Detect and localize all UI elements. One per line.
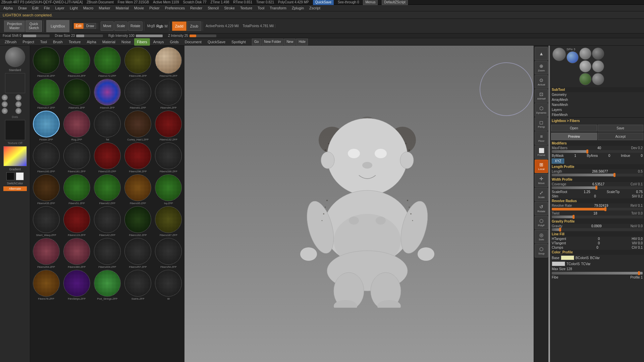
fiber-item-28[interactable]: Fibers162.ZFP <box>123 206 153 237</box>
eraser-brush-icon[interactable] <box>592 48 604 60</box>
local-tool[interactable]: ⊞Local <box>535 160 548 173</box>
nav-item-zbrush[interactable]: ZBrush <box>2 38 19 46</box>
subtool-layers[interactable]: Layers <box>550 107 644 112</box>
zadd-button[interactable]: Zadd <box>172 21 186 31</box>
super-hero-icon[interactable] <box>592 73 604 85</box>
menu-item-stroke[interactable]: Stroke <box>223 5 236 11</box>
draw-size-slider[interactable] <box>76 35 103 37</box>
menu-item-alpha[interactable]: Alpha <box>2 5 14 11</box>
fiber-item-3[interactable]: Fibers196.ZFP <box>123 47 153 77</box>
fiber-item-13[interactable]: Curley_Hair1.ZFP <box>123 111 153 141</box>
open-button[interactable]: Open <box>551 125 597 131</box>
draw-button[interactable]: Draw <box>84 23 96 29</box>
menu-item-marker[interactable]: Marker <box>97 5 111 11</box>
black-swatch[interactable] <box>6 172 14 180</box>
nav-item-brush[interactable]: Brush <box>50 38 65 46</box>
menu-item-tool[interactable]: Tool <box>256 5 266 11</box>
fiber-item-25[interactable]: Short_Wavy.ZFP <box>32 206 61 237</box>
projection-master-button[interactable]: ProjectionMaster <box>4 20 25 32</box>
nav-item-tool[interactable]: Tool <box>38 38 50 46</box>
z-intensity-slider[interactable] <box>190 35 216 37</box>
fiber-item-30[interactable]: Fibers264.ZFP <box>32 238 61 268</box>
nav-item-alpha[interactable]: Alpha <box>84 38 99 46</box>
solo-tool[interactable]: ◎Solo <box>535 230 548 243</box>
fiber-item-24[interactable]: Ivy.ZFP <box>154 174 183 205</box>
move-button[interactable]: Move <box>101 21 113 31</box>
fiber-item-35[interactable]: Fibers78.ZFP <box>32 270 61 300</box>
edit-button[interactable]: Edit <box>74 23 84 29</box>
menu-item-stencil[interactable]: Stencil <box>206 5 220 11</box>
dynamic-tool[interactable]: ⬡Dynamic <box>535 103 548 117</box>
scale-tool[interactable]: ⤢Scale <box>535 188 548 201</box>
nav-item-fibers[interactable]: Fibers <box>134 38 150 46</box>
persp-tool[interactable]: ◻Persp <box>535 117 548 131</box>
zoom-tool[interactable]: ⊕Zoom <box>535 61 548 74</box>
nav-item-spotlight[interactable]: Spotlight <box>229 38 249 46</box>
fiber-item-2[interactable]: Fibers172.ZFP <box>93 47 122 77</box>
fiber-item-22[interactable]: Fibers62.ZFP <box>93 174 122 205</box>
standard-brush-icon[interactable] <box>552 48 566 61</box>
move-tool[interactable]: ✛Move <box>535 174 548 187</box>
nav-btn-new-folder[interactable]: New Folder <box>262 39 283 45</box>
subtool-geometry[interactable]: Geometry <box>550 92 644 97</box>
simple-brush-icon[interactable] <box>579 48 591 60</box>
menu-item-light[interactable]: Light <box>68 5 79 11</box>
nav-btn-hide[interactable]: Hide <box>296 39 308 45</box>
fiber-item-29[interactable]: Fibers187.ZFP <box>154 206 183 237</box>
fiber-item-18[interactable]: Fibers298.ZFP <box>123 142 153 173</box>
nav-btn-go[interactable]: Go <box>252 39 261 45</box>
menu-item-layer[interactable]: Layer <box>54 5 66 11</box>
menu-item-render[interactable]: Render <box>189 5 204 11</box>
alpha-brush-icon[interactable] <box>567 51 579 63</box>
menu-item-picker[interactable]: Picker <box>148 5 161 11</box>
sphere3d-icon[interactable] <box>579 60 591 72</box>
length-slider[interactable] <box>552 174 643 176</box>
fiber-item-16[interactable]: Fibers181.ZFP <box>62 142 91 173</box>
menu-item-material[interactable]: Material <box>114 5 130 11</box>
color-picker[interactable] <box>3 146 27 166</box>
rgb-intensity-slider[interactable] <box>136 35 163 37</box>
fiber-item-20[interactable]: Fibers435.ZFP <box>32 174 61 205</box>
nav-item-material[interactable]: Material <box>100 38 118 46</box>
scale-button[interactable]: Scale <box>114 21 127 31</box>
menu-item-draw[interactable]: Draw <box>17 5 28 11</box>
gravity-slider[interactable] <box>552 228 643 231</box>
revolve-rate-slider[interactable] <box>552 208 643 210</box>
fiber-item-27[interactable]: Fibers42.ZFP <box>93 206 122 237</box>
fiber-item-12[interactable]: Tal <box>93 111 122 141</box>
fiber-item-4[interactable]: Fibers279.ZFP <box>154 47 183 77</box>
menu-item-movie[interactable]: Movie <box>133 5 145 11</box>
twist-slider[interactable] <box>552 216 643 218</box>
nav-item-quicksave[interactable]: QuickSave <box>205 38 228 46</box>
nav-item-arrays[interactable]: Arrays <box>151 38 167 46</box>
focal-shift-slider[interactable] <box>23 35 50 37</box>
max-fibers-slider[interactable] <box>552 150 643 153</box>
accept-button[interactable]: Accept <box>598 133 644 140</box>
fiber-item-8[interactable]: Fibers61.ZFP <box>123 79 153 109</box>
fiber-item-10[interactable]: Flower.ZFP <box>32 111 61 141</box>
nav-item-project[interactable]: Project <box>20 38 37 46</box>
aahalf-tool[interactable]: ⊡AAHalf <box>535 89 548 103</box>
base-color-swatch[interactable] <box>561 255 574 260</box>
fiber-item-33[interactable]: Fibers457.ZFP <box>123 238 153 268</box>
fiber-item-7[interactable]: Fibers5.ZFP <box>93 79 122 109</box>
xyz-toggle[interactable]: XYZ <box>550 158 644 164</box>
frame-tool[interactable]: ⬜Frame <box>535 145 548 159</box>
polyf-tool[interactable]: ⬡PolyF <box>535 216 548 229</box>
xyz-button[interactable]: XYZ <box>552 159 564 164</box>
quick-sketch-button[interactable]: QuickSketch <box>25 20 42 32</box>
rotate-tool[interactable]: ↺Rotate <box>535 202 548 215</box>
menus-button[interactable]: Menus <box>363 0 378 5</box>
menu-item-transform[interactable]: Transform <box>268 5 288 11</box>
fibers75-icon[interactable] <box>579 73 591 85</box>
nav-item-grids[interactable]: Grids <box>167 38 181 46</box>
fiber-item-37[interactable]: Pod_Strings.ZFP <box>93 270 122 300</box>
tcolor-swatch[interactable] <box>552 261 565 266</box>
coverage-slider[interactable] <box>552 186 643 189</box>
nav-item-texture[interactable]: Texture <box>66 38 84 46</box>
brush-sphere[interactable] <box>5 47 25 67</box>
alternate-button[interactable]: Alternate <box>3 186 27 191</box>
actual-tool[interactable]: ⊙Actual <box>535 75 548 88</box>
fiber-item-1[interactable]: Fibers144.ZFP <box>62 47 91 77</box>
soup-tool[interactable]: ⬡Soup <box>535 244 548 257</box>
